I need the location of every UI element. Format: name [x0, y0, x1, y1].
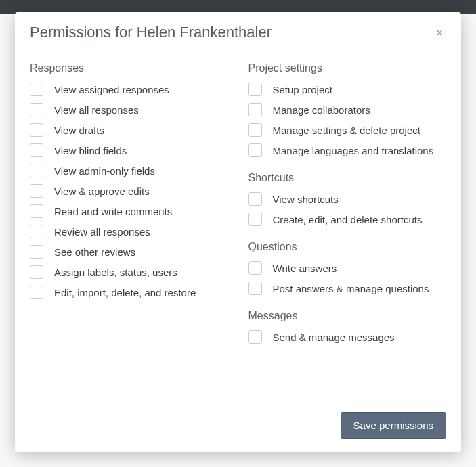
checkbox-view-drafts[interactable] [30, 123, 43, 137]
checkbox-setup-project[interactable] [248, 83, 262, 96]
permission-row-read-and-write-comments: Read and write comments [30, 204, 228, 218]
checkbox-manage-collaborators[interactable] [248, 103, 262, 116]
messages-list: Send & manage messages [248, 330, 447, 344]
permission-row-review-all-responses: Review all responses [30, 225, 228, 238]
column-left: Responses View assigned responsesView al… [30, 62, 228, 396]
section-title-messages: Messages [248, 310, 447, 322]
checkbox-view-blind-fields[interactable] [30, 143, 43, 157]
questions-list: Write answersPost answers & manage quest… [248, 261, 447, 295]
save-permissions-button[interactable]: Save permissions [341, 412, 446, 439]
permission-row-view-drafts: View drafts [30, 123, 228, 137]
section-questions: Questions Write answersPost answers & ma… [248, 241, 447, 295]
checkbox-view-assigned-responses[interactable] [30, 83, 43, 96]
permission-row-view-admin-only-fields: View admin-only fields [30, 164, 228, 177]
checkbox-review-all-responses[interactable] [30, 225, 43, 238]
permission-label: Review all responses [54, 226, 150, 238]
permission-label: Manage languages and translations [273, 145, 434, 156]
permission-label: View drafts [54, 125, 104, 136]
permission-row-manage-settings-delete-project: Manage settings & delete project [248, 123, 447, 137]
responses-list: View assigned responsesView all response… [30, 83, 228, 299]
permission-row-assign-labels-status-users: Assign labels, status, users [30, 265, 228, 279]
checkbox-read-and-write-comments[interactable] [30, 204, 43, 218]
permission-label: View admin-only fields [54, 165, 155, 177]
permission-row-create-edit-and-delete-shortcuts: Create, edit, and delete shortcuts [248, 213, 447, 226]
permission-row-send-manage-messages: Send & manage messages [248, 330, 447, 344]
checkbox-view-approve-edits[interactable] [30, 184, 43, 198]
section-project-settings: Project settings Setup projectManage col… [248, 62, 447, 157]
checkbox-send-manage-messages[interactable] [248, 330, 262, 344]
close-icon[interactable]: × [433, 23, 446, 42]
permission-label: Read and write comments [54, 206, 172, 217]
permission-label: Manage collaborators [273, 104, 370, 116]
shortcuts-list: View shortcutsCreate, edit, and delete s… [248, 192, 447, 226]
section-responses: Responses View assigned responsesView al… [30, 62, 228, 299]
permission-label: Create, edit, and delete shortcuts [273, 214, 423, 225]
checkbox-edit-import-delete-and-restore[interactable] [30, 286, 43, 299]
modal-title: Permissions for Helen Frankenthaler [30, 24, 272, 41]
section-title-questions: Questions [248, 241, 447, 253]
checkbox-post-answers-manage-questions[interactable] [248, 282, 262, 295]
permission-row-setup-project: Setup project [248, 83, 447, 96]
modal-footer: Save permissions [15, 403, 461, 452]
checkbox-manage-languages-and-translations[interactable] [248, 143, 262, 157]
permission-row-edit-import-delete-and-restore: Edit, import, delete, and restore [30, 286, 228, 299]
project-settings-list: Setup projectManage collaboratorsManage … [248, 83, 447, 157]
permission-row-view-all-responses: View all responses [30, 103, 228, 116]
modal-header: Permissions for Helen Frankenthaler × [15, 12, 461, 49]
permission-row-post-answers-manage-questions: Post answers & manage questions [248, 282, 447, 295]
permission-row-view-blind-fields: View blind fields [30, 143, 228, 157]
permission-label: Assign labels, status, users [54, 267, 177, 278]
permission-label: Setup project [273, 84, 332, 95]
section-title-project-settings: Project settings [248, 62, 447, 74]
modal-body: Responses View assigned responsesView al… [15, 49, 461, 403]
checkbox-assign-labels-status-users[interactable] [30, 265, 43, 279]
permission-row-see-other-reviews: See other reviews [30, 245, 228, 259]
permission-label: Manage settings & delete project [273, 125, 420, 136]
section-title-responses: Responses [30, 62, 228, 74]
permission-row-manage-languages-and-translations: Manage languages and translations [248, 143, 447, 157]
permission-label: View assigned responses [54, 84, 169, 95]
permission-row-manage-collaborators: Manage collaborators [248, 103, 447, 116]
checkbox-see-other-reviews[interactable] [30, 245, 43, 259]
checkbox-create-edit-and-delete-shortcuts[interactable] [248, 213, 262, 226]
checkbox-manage-settings-delete-project[interactable] [248, 123, 262, 137]
section-messages: Messages Send & manage messages [248, 310, 447, 344]
permission-label: View all responses [54, 104, 139, 116]
permission-label: View blind fields [54, 145, 127, 156]
permissions-modal: Permissions for Helen Frankenthaler × Re… [15, 12, 461, 452]
permission-label: Post answers & manage questions [273, 283, 429, 294]
permission-row-view-approve-edits: View & approve edits [30, 184, 228, 198]
permission-row-view-shortcuts: View shortcuts [248, 192, 447, 206]
checkbox-view-shortcuts[interactable] [248, 192, 262, 206]
permission-row-view-assigned-responses: View assigned responses [30, 83, 228, 96]
permission-row-write-answers: Write answers [248, 261, 447, 275]
permission-label: See other reviews [54, 246, 135, 258]
checkbox-write-answers[interactable] [248, 261, 262, 275]
column-right: Project settings Setup projectManage col… [248, 62, 447, 396]
section-title-shortcuts: Shortcuts [248, 172, 447, 184]
checkbox-view-admin-only-fields[interactable] [30, 164, 43, 177]
checkbox-view-all-responses[interactable] [30, 103, 43, 116]
permission-label: Write answers [273, 263, 337, 274]
background-topbar [0, 0, 476, 14]
section-shortcuts: Shortcuts View shortcutsCreate, edit, an… [248, 172, 447, 226]
permission-label: Send & manage messages [273, 332, 395, 343]
permission-label: View shortcuts [273, 194, 339, 205]
permission-label: Edit, import, delete, and restore [54, 287, 196, 298]
permission-label: View & approve edits [54, 185, 150, 197]
